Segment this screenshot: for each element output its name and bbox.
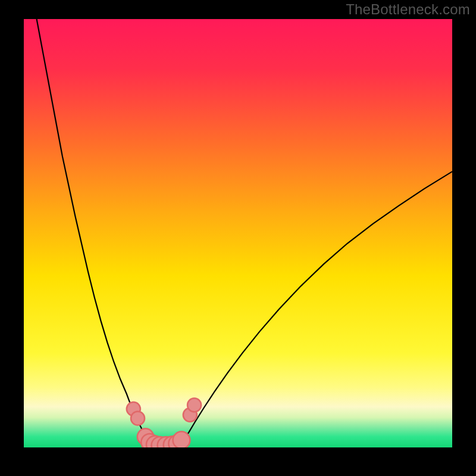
data-marker bbox=[187, 398, 201, 412]
data-marker bbox=[173, 431, 190, 447]
bottleneck-chart bbox=[24, 19, 452, 447]
chart-background bbox=[24, 19, 452, 447]
data-marker bbox=[131, 412, 145, 425]
watermark-text: TheBottleneck.com bbox=[346, 1, 470, 18]
outer-frame: TheBottleneck.com bbox=[0, 0, 476, 476]
